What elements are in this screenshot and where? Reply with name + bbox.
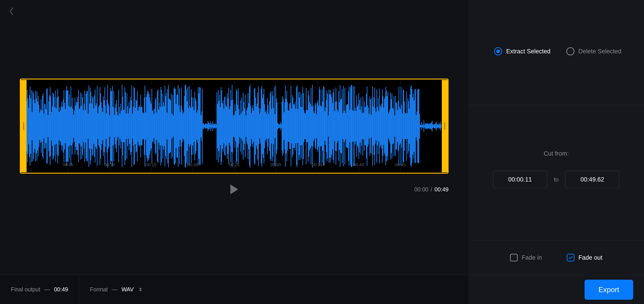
waveform-svg <box>26 80 442 172</box>
sidebar-panel: Extract Selected Delete Selected Cut fro… <box>468 0 644 304</box>
gridline <box>400 168 400 172</box>
main-panel: 00:0500:1000:1500:2000:2500:3000:3500:40… <box>0 0 468 304</box>
fade-out-label: Fade out <box>578 254 602 261</box>
gridline <box>68 168 68 172</box>
export-section: Export <box>468 275 644 304</box>
radio-delete-label: Delete Selected <box>578 48 622 55</box>
dash: — <box>44 286 50 293</box>
footer-output-value: 00:49 <box>54 286 68 293</box>
cut-from-label: Cut from: <box>544 150 568 157</box>
gridline <box>359 80 359 84</box>
time-tick-label: 00:45 <box>395 162 406 167</box>
gridline <box>151 80 151 84</box>
gridline <box>110 80 110 84</box>
gridline <box>151 168 151 172</box>
selection-handle-right[interactable] <box>442 80 448 172</box>
cut-to-label: to <box>554 176 559 183</box>
back-button[interactable] <box>6 6 16 16</box>
gridline <box>276 168 276 172</box>
gridline <box>317 80 318 84</box>
cut-from-input[interactable]: 00:00.11 <box>493 171 547 188</box>
gridline <box>193 80 193 84</box>
gridline <box>234 168 234 172</box>
gridline <box>359 168 359 172</box>
stepper-icon <box>139 288 142 292</box>
time-tick-label: 00:25 <box>229 162 240 167</box>
time-tick-label: 00:30 <box>270 162 281 167</box>
checkbox-icon <box>567 254 574 262</box>
waveform-canvas[interactable]: 00:0500:1000:1500:2000:2500:3000:3500:40… <box>26 80 442 172</box>
footer-format-segment[interactable]: Format — WAV <box>79 286 152 293</box>
transport-bar: 00:00 / 00:49 <box>20 183 448 196</box>
radio-icon <box>566 47 574 56</box>
mode-section: Extract Selected Delete Selected <box>468 0 644 105</box>
checkbox-icon <box>510 254 518 262</box>
chevron-left-icon <box>9 7 14 15</box>
check-icon <box>568 256 572 259</box>
app-root: 00:0500:1000:1500:2000:2500:3000:3500:40… <box>0 0 644 304</box>
radio-icon <box>494 47 502 56</box>
fade-in-label: Fade in <box>522 254 542 261</box>
time-tick-label: 00:20 <box>187 162 198 167</box>
time-current: 00:00 <box>414 186 428 193</box>
gridline <box>193 168 193 172</box>
gridline <box>276 80 276 84</box>
radio-extract-label: Extract Selected <box>506 48 550 55</box>
gridline <box>234 80 234 84</box>
footer-output-segment: Final output — 00:49 <box>0 275 79 304</box>
time-tick-label: 00:15 <box>146 162 156 167</box>
radio-extract-selected[interactable]: Extract Selected <box>494 47 550 56</box>
cut-to-input[interactable]: 00:49.62 <box>565 171 619 188</box>
time-tick-label: 00:05 <box>63 162 74 167</box>
cut-section: Cut from: 00:00.11 to 00:49.62 <box>468 105 644 240</box>
time-tick-label: 00:10 <box>104 162 115 167</box>
footer-output-label: Final output <box>11 286 40 293</box>
gridline <box>68 80 68 84</box>
checkbox-fade-out[interactable]: Fade out <box>567 254 602 262</box>
footer-bar: Final output — 00:49 Format — WAV <box>0 275 468 304</box>
dash: — <box>112 286 117 293</box>
time-total: 00:49 <box>434 186 448 193</box>
play-button[interactable] <box>230 184 238 194</box>
checkbox-fade-in[interactable]: Fade in <box>510 254 542 262</box>
time-separator: / <box>430 186 432 193</box>
export-button[interactable]: Export <box>584 280 633 300</box>
footer-format-value: WAV <box>121 286 134 293</box>
time-tick-label: 00:35 <box>312 162 323 167</box>
timeline-area: 00:0500:1000:1500:2000:2500:3000:3500:40… <box>0 0 468 275</box>
fade-section: Fade in Fade out <box>468 240 644 275</box>
gridline <box>110 168 110 172</box>
waveform-selection[interactable]: 00:0500:1000:1500:2000:2500:3000:3500:40… <box>20 78 448 174</box>
selection-handle-left[interactable] <box>21 80 26 172</box>
time-display: 00:00 / 00:49 <box>414 186 448 193</box>
gridline <box>317 168 318 172</box>
gridline <box>400 80 400 84</box>
radio-delete-selected[interactable]: Delete Selected <box>566 47 622 56</box>
time-tick-label: 00:40 <box>353 162 364 167</box>
footer-format-label: Format <box>90 286 108 293</box>
